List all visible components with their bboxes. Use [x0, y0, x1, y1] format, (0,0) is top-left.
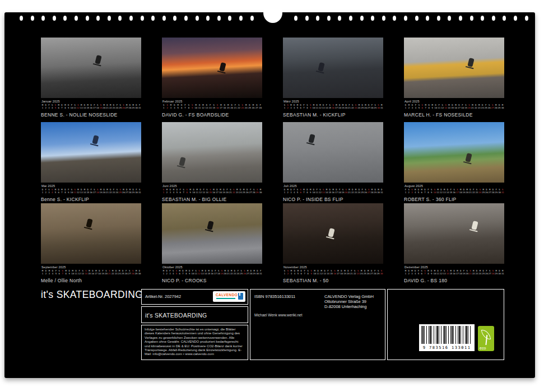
- month-photo: [404, 38, 504, 98]
- binding-hole: [415, 16, 419, 21]
- mini-calendar-month-label: November 2025: [283, 265, 383, 269]
- mini-calendar-day: 31: [380, 106, 383, 109]
- cover-title: it's SKATEBOARDING: [41, 289, 143, 301]
- binding-hole: [327, 16, 331, 21]
- binding-hole: [41, 16, 45, 21]
- month-photo: [41, 122, 141, 183]
- publisher-line: D-82008 Unterhaching: [324, 304, 374, 309]
- leaf-icon: [481, 329, 491, 340]
- binding-hole: [294, 16, 297, 21]
- binding-hole: [31, 16, 34, 21]
- calendar-back-cover-page: Januar 2025 MDFSSMDMDFSSMDMDFSSMDMDFSSMD…: [4, 12, 535, 378]
- month-photo: [404, 203, 504, 264]
- month-caption: BENNE S. - NOLLIE NOSESLIDE: [41, 112, 141, 118]
- binding-hole: [184, 16, 188, 21]
- month-cell: Juni 2025 SMDMDFSSMDMDFSSMDMDFSSMDMDFSSM…: [162, 122, 262, 202]
- month-caption: Melle / Ollie North: [41, 278, 141, 283]
- skater-silhouette: [328, 228, 335, 237]
- skater-silhouette: [471, 221, 478, 231]
- mini-calendar-month-label: Dezember 2025: [404, 265, 504, 269]
- month-caption: DAVID G. - FS BOARDSLIDE: [162, 112, 262, 118]
- mini-calendar-month-label: Mai 2025: [41, 184, 141, 188]
- mini-calendar-day-row: 1234567891011121314151617181920212223242…: [162, 106, 262, 109]
- binding-hole: [514, 16, 517, 21]
- binding-hole: [217, 16, 221, 21]
- mini-calendar-month-label: Januar 2025: [41, 100, 141, 104]
- mini-calendar-month-label: Februar 2025: [162, 100, 262, 104]
- month-photo: [41, 203, 141, 264]
- mini-calendar: Juli 2025 DMDFSSMDMDFSSMDMDFSSMDMDFSSMDM…: [283, 184, 383, 194]
- binding-hole: [360, 16, 364, 21]
- mini-calendar-day-row: 1234567891011121314151617181920212223242…: [41, 106, 141, 109]
- barcode-bars: [421, 326, 472, 344]
- mini-calendar-month-label: Juli 2025: [283, 184, 383, 188]
- binding-hole: [481, 16, 484, 21]
- calvendo-logo: CALVENDO: [213, 291, 245, 302]
- skater-silhouette: [95, 55, 102, 65]
- skater-silhouette: [308, 134, 315, 143]
- skater-silhouette: [86, 218, 93, 228]
- mini-calendar: September 2025 MDMDFSSMDMDFSSMDMDFSSMDMD…: [41, 265, 141, 275]
- mini-calendar-day: 31: [501, 272, 504, 275]
- calvendo-book-icon: [238, 293, 243, 300]
- skater-silhouette: [92, 135, 99, 144]
- binding-hole: [371, 16, 374, 21]
- month-cell: November 2025 SSMDMDFSSMDMDFSSMDMDFSSMDM…: [283, 203, 383, 283]
- binding-hole: [316, 16, 319, 21]
- binding-hole: [338, 16, 341, 21]
- ean-barcode: 9 783516 133011: [419, 324, 475, 351]
- month-caption: NICO P. - INSIDE BS FLIP: [283, 197, 383, 202]
- author-line: Michael Wenk www.weriki.net: [254, 313, 303, 317]
- mini-calendar-month-label: Juni 2025: [162, 184, 262, 188]
- binding-hole: [382, 16, 385, 21]
- month-photo: [162, 38, 262, 98]
- mini-calendar-day-row: 1234567891011121314151617181920212223242…: [404, 106, 504, 109]
- mini-calendar-month-label: September 2025: [41, 265, 141, 269]
- binding-hole: [492, 16, 495, 21]
- mini-calendar-day-row: 1234567891011121314151617181920212223242…: [162, 272, 262, 275]
- binding-hole: [75, 16, 78, 21]
- month-cell: Mai 2025 DFSSMDMDFSSMDMDFSSMDMDFSSMDMDFS…: [41, 122, 141, 202]
- mini-calendar-month-label: April 2025: [404, 100, 504, 104]
- binding-hole: [393, 16, 396, 21]
- mini-calendar-day: 31: [138, 106, 141, 109]
- info-box-left: Artikel-Nr. 2027942 CALVENDO it's SKATEB…: [141, 289, 248, 360]
- binding-hole: [173, 16, 176, 21]
- mini-calendar: August 2025 FSSMDMDFSSMDMDFSSMDMDFSSMDMD…: [404, 184, 504, 194]
- mini-calendar-day: 31: [138, 191, 141, 194]
- month-caption: NICO P. - CROOKS: [162, 278, 262, 283]
- binding-hole: [86, 16, 89, 21]
- isbn-text: ISBN 9783516133011: [254, 294, 295, 299]
- mini-calendar-month-label: März 2025: [283, 100, 383, 104]
- mini-calendar-day-row: 1234567891011121314151617181920212223242…: [162, 191, 262, 194]
- skater-silhouette: [179, 157, 186, 166]
- mini-calendar: Februar 2025 SSMDMDFSSMDMDFSSMDMDFSSMDMD…: [162, 100, 262, 109]
- month-photo: [404, 122, 504, 183]
- month-cell: März 2025 SSMDMDFSSMDMDFSSMDMDFSSMDMDFSS…: [283, 38, 383, 118]
- binding-hole: [349, 16, 352, 21]
- binding-hole: [141, 16, 144, 21]
- month-cell: Juli 2025 DMDFSSMDMDFSSMDMDFSSMDMDFSSMDM…: [283, 122, 383, 202]
- binding-hole: [196, 16, 199, 21]
- binding-hole: [459, 16, 462, 21]
- binding-hole: [437, 16, 440, 21]
- binding-hole: [151, 16, 155, 21]
- mini-calendar: Juni 2025 SMDMDFSSMDMDFSSMDMDFSSMDMDFSSM…: [162, 184, 262, 194]
- month-cell: August 2025 FSSMDMDFSSMDMDFSSMDMDFSSMDMD…: [404, 122, 504, 202]
- mini-calendar: April 2025 DMDFSSMDMDFSSMDMDFSSMDMDFSSMD…: [404, 100, 504, 109]
- month-photo: [41, 38, 141, 98]
- eco-label: eco: [480, 346, 486, 350]
- binding-hole: [470, 16, 473, 21]
- mini-calendar-month-label: August 2025: [404, 184, 504, 188]
- binding-hole: [20, 16, 23, 21]
- binding-hole: [53, 16, 56, 21]
- title-cell: it's SKATEBOARDING: [141, 306, 248, 323]
- month-cell: Januar 2025 MDFSSMDMDFSSMDMDFSSMDMDFSSMD…: [41, 38, 141, 118]
- binding-hole: [108, 16, 111, 21]
- month-photo: [283, 122, 383, 183]
- month-cell: Oktober 2025 MDFSSMDMDFSSMDMDFSSMDMDFSSM…: [162, 203, 262, 283]
- skater-silhouette: [219, 62, 226, 72]
- binding-hole: [448, 16, 451, 21]
- skater-silhouette: [465, 153, 472, 162]
- month-photo: [162, 122, 262, 183]
